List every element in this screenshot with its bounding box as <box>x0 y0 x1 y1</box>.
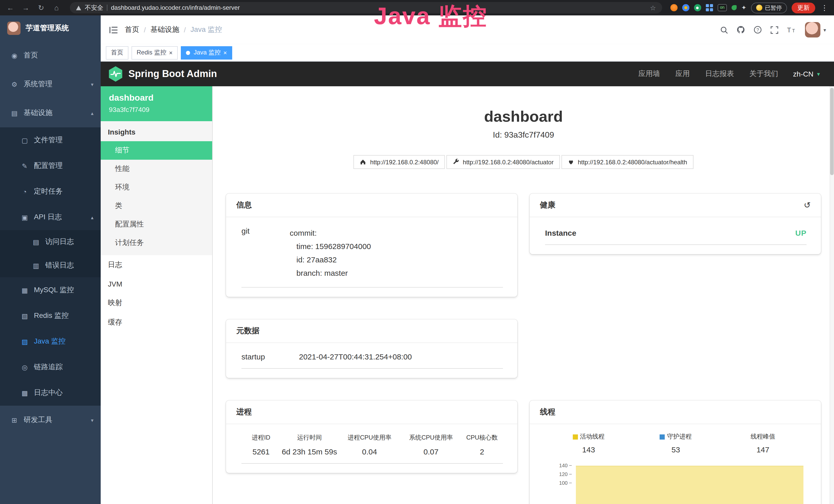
health-url-link[interactable]: http://192.168.0.2:48080/actuator/health <box>561 155 693 169</box>
browser-update-button[interactable]: 更新 <box>792 2 815 13</box>
app-logo[interactable]: 芋道管理系统 <box>0 16 101 41</box>
mysql-icon: ▦ <box>21 286 29 294</box>
github-icon[interactable] <box>737 26 745 34</box>
user-menu[interactable]: ▾ <box>805 22 826 38</box>
sidebar-item-access-logs[interactable]: ▤ 访问日志 <box>0 230 101 254</box>
service-url-link[interactable]: http://192.168.0.2:48080/ <box>354 155 445 169</box>
back-icon[interactable]: ← <box>5 4 16 12</box>
legend-daemon-threads: 守护进程 53 <box>632 432 719 454</box>
search-icon[interactable] <box>720 26 728 33</box>
sba-brand[interactable]: Spring Boot Admin <box>108 66 217 82</box>
card-title: 信息 <box>236 200 252 210</box>
sba-nav-about[interactable]: 关于我们 <box>742 69 786 78</box>
error-log-icon: ▥ <box>32 261 40 269</box>
process-table: 进程ID 运行时间 进程CPU使用率 系统CPU使用率 CPU核心数 5261 … <box>241 431 503 464</box>
card-body: Instance UP <box>530 217 821 254</box>
card-title: 进程 <box>236 407 252 417</box>
heart-icon <box>567 159 574 165</box>
log-icon: ▣ <box>21 213 29 221</box>
sidebar-item-dev-tools[interactable]: ⊞ 研发工具 ▾ <box>0 406 101 434</box>
sidebar-item-error-logs[interactable]: ▥ 错误日志 <box>0 254 101 277</box>
sba-nav-wall[interactable]: 应用墙 <box>631 69 668 78</box>
trace-icon: ◎ <box>21 363 29 371</box>
forward-icon[interactable]: → <box>21 4 31 12</box>
extension-icon[interactable] <box>671 4 678 11</box>
tab-close-icon[interactable]: × <box>169 49 173 56</box>
breadcrumb-infra[interactable]: 基础设施 <box>151 25 179 35</box>
sba-locale-select[interactable]: zh-CN ▾ <box>786 70 827 78</box>
tab-redis-monitor[interactable]: Redis 监控 × <box>132 46 178 59</box>
profile-paused-badge[interactable]: 已暂停 <box>751 2 787 13</box>
sidebar-item-scheduled-jobs[interactable]: ◔ 定时任务 <box>0 179 101 204</box>
sba-menu-caches[interactable]: 缓存 <box>101 313 212 332</box>
history-refresh-icon[interactable]: ↺ <box>804 201 811 209</box>
metadata-key: startup <box>241 352 299 361</box>
sba-menu-logs[interactable]: 日志 <box>101 255 212 275</box>
sba-menu-mappings[interactable]: 映射 <box>101 293 212 313</box>
sidebar-item-mysql-monitor[interactable]: ▦ MySQL 监控 <box>0 277 101 303</box>
logo-image <box>7 22 21 35</box>
sidebar-item-system[interactable]: ⚙ 系统管理 ▾ <box>0 70 101 98</box>
browser-menu-icon[interactable]: ⋮ <box>820 4 829 12</box>
extension-icon[interactable] <box>694 4 701 11</box>
reload-icon[interactable]: ↻ <box>36 4 46 12</box>
sba-menu-config-props[interactable]: 配置属性 <box>101 215 212 234</box>
sba-menu-jvm[interactable]: JVM <box>101 275 212 293</box>
sba-menu-scheduled-tasks[interactable]: 计划任务 <box>101 234 212 252</box>
actuator-url-link[interactable]: http://192.168.0.2:48080/actuator <box>446 155 560 169</box>
sidebar-item-file-manage[interactable]: ▢ 文件管理 <box>0 127 101 153</box>
sidebar-item-tracing[interactable]: ◎ 链路追踪 <box>0 354 101 380</box>
breadcrumb-home[interactable]: 首页 <box>125 25 139 35</box>
sba-menu-environment[interactable]: 环境 <box>101 178 212 197</box>
sidebar-item-label: 研发工具 <box>24 415 52 425</box>
sidebar-item-label: API 日志 <box>34 212 62 222</box>
sidebar-item-config-manage[interactable]: ✎ 配置管理 <box>0 153 101 179</box>
sidebar-item-label: 配置管理 <box>34 161 63 170</box>
hamburger-icon[interactable] <box>109 26 118 33</box>
extension-icon[interactable]: ✦ <box>741 4 746 11</box>
tab-home[interactable]: 首页 <box>106 46 128 59</box>
card-header: 线程 <box>530 400 821 424</box>
url-text: dashboard.yudao.iocoder.cn/infra/admin-s… <box>111 4 240 11</box>
sidebar-item-log-center[interactable]: ▩ 日志中心 <box>0 380 101 406</box>
warning-icon <box>76 5 81 10</box>
card-header: 健康 ↺ <box>530 193 821 217</box>
font-size-icon[interactable]: TT <box>787 26 796 33</box>
sba-nav-applications[interactable]: 应用 <box>668 69 698 78</box>
caret-down-icon: ▾ <box>824 27 826 32</box>
fullscreen-icon[interactable] <box>771 26 778 33</box>
sba-header: Spring Boot Admin 应用墙 应用 日志报表 关于我们 zh-CN… <box>101 62 834 86</box>
sidebar-item-redis-monitor[interactable]: ▧ Redis 监控 <box>0 303 101 329</box>
sba-nav-journal[interactable]: 日志报表 <box>698 69 742 78</box>
extension-leaf-icon[interactable] <box>731 5 737 10</box>
legend-live-threads: 活动线程 143 <box>545 432 632 454</box>
sidebar-item-api-logs[interactable]: ▣ API 日志 ▴ <box>0 204 101 230</box>
tools-icon: ⊞ <box>10 416 19 424</box>
sidebar-item-home[interactable]: ◉ 首页 <box>0 41 101 70</box>
breadcrumb-separator: / <box>144 26 146 34</box>
sba-menu-metrics[interactable]: 性能 <box>101 160 212 178</box>
sba-menu-classes[interactable]: 类 <box>101 197 212 215</box>
bookmark-star-icon[interactable]: ☆ <box>650 4 656 12</box>
tab-java-monitor[interactable]: Java 监控 × <box>181 46 232 59</box>
browser-toolbar: ← → ↻ ⌂ 不安全 dashboard.yudao.iocoder.cn/i… <box>0 0 834 16</box>
sidebar-item-infra[interactable]: ▤ 基础设施 ▴ <box>0 98 101 127</box>
omnibox[interactable]: 不安全 dashboard.yudao.iocoder.cn/infra/adm… <box>70 2 662 13</box>
home-icon[interactable]: ⌂ <box>51 4 62 12</box>
infra-icon: ▤ <box>10 109 19 117</box>
tags-view: 首页 Redis 监控 × Java 监控 × <box>101 44 834 62</box>
extension-grid-icon[interactable] <box>706 4 713 11</box>
top-header: 首页 / 基础设施 / Java 监控 ? <box>101 16 834 44</box>
sba-menu-details[interactable]: 细节 <box>101 141 212 160</box>
tab-close-icon[interactable]: × <box>223 49 227 56</box>
app-sidebar: 芋道管理系统 ◉ 首页 ⚙ 系统管理 ▾ ▤ 基础设施 ▴ ▢ 文件管理 ✎ <box>0 16 101 504</box>
card-body: 活动线程 143 守护进程 53 线程峰值 14 <box>530 424 821 504</box>
main-column: 首页 / 基础设施 / Java 监控 ? <box>101 16 834 504</box>
extension-on-badge[interactable]: on <box>718 4 727 11</box>
scrollbar-thumb[interactable] <box>830 88 834 175</box>
help-icon[interactable]: ? <box>753 26 762 34</box>
sba-content: dashboard Id: 93a3fc7f7409 http://192.16… <box>213 86 834 504</box>
extension-icon[interactable] <box>682 4 689 11</box>
sidebar-item-label: 访问日志 <box>45 237 74 247</box>
sidebar-item-java-monitor[interactable]: ▨ Java 监控 <box>0 329 101 354</box>
